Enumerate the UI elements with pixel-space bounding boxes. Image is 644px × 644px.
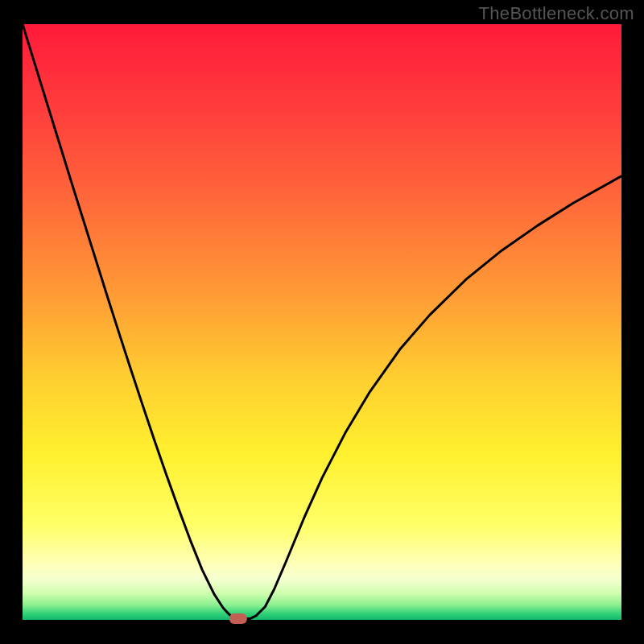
chart-frame: TheBottleneck.com: [0, 0, 644, 644]
watermark-text: TheBottleneck.com: [479, 3, 634, 24]
plot-background: [23, 24, 621, 620]
bottleneck-chart: [0, 0, 644, 644]
optimal-point-marker: [229, 613, 247, 624]
